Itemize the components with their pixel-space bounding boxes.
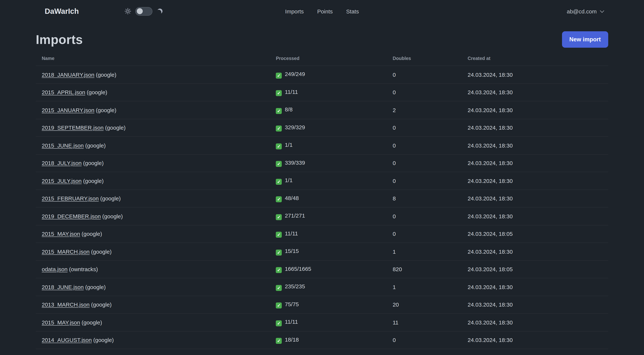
- import-file-link[interactable]: 2018_JANUARY.json: [42, 71, 94, 78]
- import-source-label: (google): [102, 213, 123, 219]
- success-check-icon: ✓: [276, 267, 282, 273]
- processed-count: 178/178: [285, 354, 305, 355]
- doubles-cell: 820: [387, 260, 462, 278]
- table-row: 2015_JULY.json(google) ✓1/1 0 24.03.2024…: [36, 172, 608, 190]
- name-cell: 2019_SEPTEMBER.json(google): [36, 119, 270, 136]
- import-source-label: (google): [96, 71, 116, 78]
- import-file-link[interactable]: 2015_FEBRUARY.json: [42, 195, 99, 202]
- processed-cell: ✓48/48: [270, 190, 387, 207]
- nav-link-points[interactable]: Points: [317, 8, 332, 14]
- doubles-cell: 0: [387, 154, 462, 172]
- table-row: 2015_JANUARY.json(google) ✓8/8 2 24.03.2…: [36, 101, 608, 119]
- success-check-icon: ✓: [276, 320, 282, 326]
- import-file-link[interactable]: odata.json: [42, 266, 68, 273]
- created-at-cell: 24.03.2024, 18:30: [462, 101, 608, 119]
- created-at-cell: 24.03.2024, 18:30: [462, 349, 608, 355]
- table-row: 2018_JULY.json(google) ✓339/339 0 24.03.…: [36, 154, 608, 172]
- import-file-link[interactable]: 2015_JANUARY.json: [42, 107, 94, 113]
- success-check-icon: ✓: [276, 285, 282, 291]
- import-source-label: (owntracks): [69, 266, 98, 273]
- created-at-cell: 24.03.2024, 18:30: [462, 136, 608, 154]
- table-row: 2015_MARCH.json(google) ✓15/15 1 24.03.2…: [36, 243, 608, 260]
- table-row: 2013_MARCH.json(google) ✓75/75 20 24.03.…: [36, 296, 608, 314]
- success-check-icon: ✓: [276, 108, 282, 114]
- success-check-icon: ✓: [276, 143, 282, 149]
- import-file-link[interactable]: 2018_JULY.json: [42, 160, 82, 166]
- import-file-link[interactable]: 2015_MAY.json: [42, 319, 80, 326]
- processed-count: 1/1: [285, 177, 292, 183]
- processed-cell: ✓1/1: [270, 136, 387, 154]
- name-cell: 2015_MAY.json(google): [36, 225, 270, 243]
- success-check-icon: ✓: [276, 214, 282, 220]
- doubles-cell: 0: [387, 207, 462, 225]
- import-source-label: (google): [91, 249, 112, 255]
- user-email: ab@cd.com: [567, 8, 597, 14]
- processed-count: 18/18: [285, 336, 299, 343]
- processed-cell: ✓18/18: [270, 331, 387, 349]
- new-import-button[interactable]: New import: [562, 31, 608, 48]
- import-file-link[interactable]: 2015_MAY.json: [42, 231, 80, 237]
- column-header-doubles: Doubles: [387, 51, 462, 66]
- name-cell: 2015_FEBRUARY.json(google): [36, 190, 270, 207]
- nav-link-stats[interactable]: Stats: [346, 8, 359, 14]
- column-header-created-at: Created at: [462, 51, 608, 66]
- user-menu[interactable]: ab@cd.com: [567, 8, 603, 14]
- created-at-cell: 24.03.2024, 18:30: [462, 119, 608, 136]
- processed-cell: ✓235/235: [270, 278, 387, 296]
- import-source-label: (google): [100, 195, 121, 202]
- import-file-link[interactable]: 2015_APRIL.json: [42, 89, 85, 95]
- name-cell: 2015_MARCH.json(google): [36, 243, 270, 260]
- import-file-link[interactable]: 2015_JUNE.json: [42, 142, 84, 149]
- imports-table-head: Name Processed Doubles Created at: [36, 51, 608, 66]
- success-check-icon: ✓: [276, 179, 282, 185]
- doubles-cell: 20: [387, 296, 462, 314]
- name-cell: 2018_JUNE.json(google): [36, 278, 270, 296]
- table-row: 2015_MAY.json(google) ✓11/11 0 24.03.202…: [36, 225, 608, 243]
- theme-toggle[interactable]: [135, 7, 152, 15]
- doubles-cell: 0: [387, 136, 462, 154]
- name-cell: 2018_JULY.json(google): [36, 154, 270, 172]
- processed-cell: ✓8/8: [270, 101, 387, 119]
- name-cell: 2015_MAY.json(google): [36, 314, 270, 331]
- processed-cell: ✓339/339: [270, 154, 387, 172]
- theme-switcher: [124, 7, 163, 15]
- processed-cell: ✓329/329: [270, 119, 387, 136]
- doubles-cell: 0: [387, 172, 462, 190]
- processed-cell: ✓271/271: [270, 207, 387, 225]
- nav-link-imports[interactable]: Imports: [285, 8, 304, 14]
- success-check-icon: ✓: [276, 232, 282, 238]
- success-check-icon: ✓: [276, 125, 282, 131]
- import-file-link[interactable]: 2018_JUNE.json: [42, 284, 84, 290]
- processed-count: 339/339: [285, 159, 305, 166]
- navbar: DaWarIch Imports: [0, 0, 644, 22]
- created-at-cell: 24.03.2024, 18:30: [462, 243, 608, 260]
- app-viewport: DaWarIch Imports: [0, 0, 644, 355]
- processed-count: 1/1: [285, 142, 292, 148]
- table-row: 2015_APRIL.json(google) ✓11/11 0 24.03.2…: [36, 83, 608, 101]
- brand-logo[interactable]: DaWarIch: [45, 7, 79, 15]
- import-file-link[interactable]: 2019_DECEMBER.json: [42, 213, 101, 219]
- import-file-link[interactable]: 2014_AUGUST.json: [42, 337, 92, 343]
- success-check-icon: ✓: [276, 338, 282, 344]
- import-file-link[interactable]: 2015_JULY.json: [42, 178, 82, 184]
- import-source-label: (google): [87, 89, 107, 95]
- processed-count: 271/271: [285, 212, 305, 219]
- processed-count: 235/235: [285, 283, 305, 290]
- doubles-cell: 0: [387, 83, 462, 101]
- processed-count: 75/75: [285, 301, 299, 307]
- main-nav: Imports Points Stats: [285, 8, 359, 14]
- theme-toggle-knob: [136, 8, 142, 14]
- import-source-label: (google): [85, 284, 106, 290]
- processed-count: 1665/1665: [285, 265, 311, 272]
- processed-count: 48/48: [285, 195, 299, 201]
- import-file-link[interactable]: 2019_SEPTEMBER.json: [42, 125, 104, 131]
- success-check-icon: ✓: [276, 303, 282, 309]
- name-cell: 2015_JUNE.json(google): [36, 136, 270, 154]
- import-source-label: (google): [85, 142, 106, 149]
- import-file-link[interactable]: 2013_MARCH.json: [42, 302, 90, 308]
- import-source-label: (google): [83, 160, 104, 166]
- created-at-cell: 24.03.2024, 18:30: [462, 83, 608, 101]
- import-file-link[interactable]: 2015_MARCH.json: [42, 249, 90, 255]
- name-cell: 2015_APRIL.json(google): [36, 83, 270, 101]
- created-at-cell: 24.03.2024, 18:05: [462, 260, 608, 278]
